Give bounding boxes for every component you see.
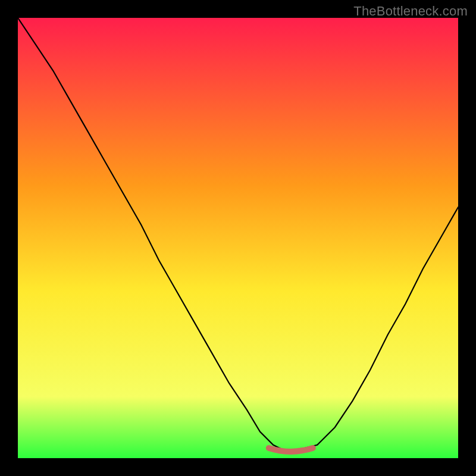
plot-area — [18, 18, 458, 458]
chart-frame: TheBottleneck.com — [0, 0, 476, 476]
chart-svg — [18, 18, 458, 458]
gradient-background — [18, 18, 458, 458]
watermark-label: TheBottleneck.com — [353, 4, 468, 19]
